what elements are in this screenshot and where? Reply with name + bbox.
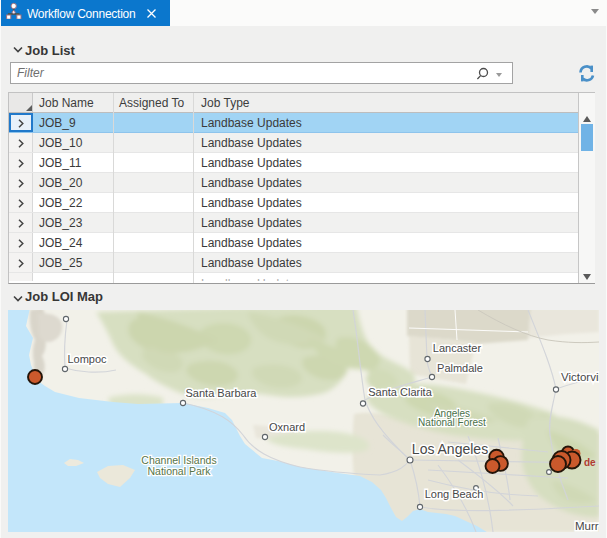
svg-text:Long Beach: Long Beach xyxy=(425,488,484,500)
svg-text:Victorville: Victorville xyxy=(561,371,599,383)
svg-text:National Park: National Park xyxy=(147,465,211,477)
svg-text:Los Angeles: Los Angeles xyxy=(412,441,488,457)
svg-text:Santa Clarita: Santa Clarita xyxy=(368,386,432,398)
svg-text:Lancaster: Lancaster xyxy=(433,342,482,354)
svg-text:Palmdale: Palmdale xyxy=(437,362,483,374)
svg-text:National Forest: National Forest xyxy=(418,417,486,428)
svg-text:Santa Barbara: Santa Barbara xyxy=(186,387,258,399)
svg-text:Oxnard: Oxnard xyxy=(269,421,305,433)
svg-text:Lompoc: Lompoc xyxy=(67,353,107,365)
svg-text:de: de xyxy=(584,457,596,468)
svg-text:Murr: Murr xyxy=(575,520,599,532)
